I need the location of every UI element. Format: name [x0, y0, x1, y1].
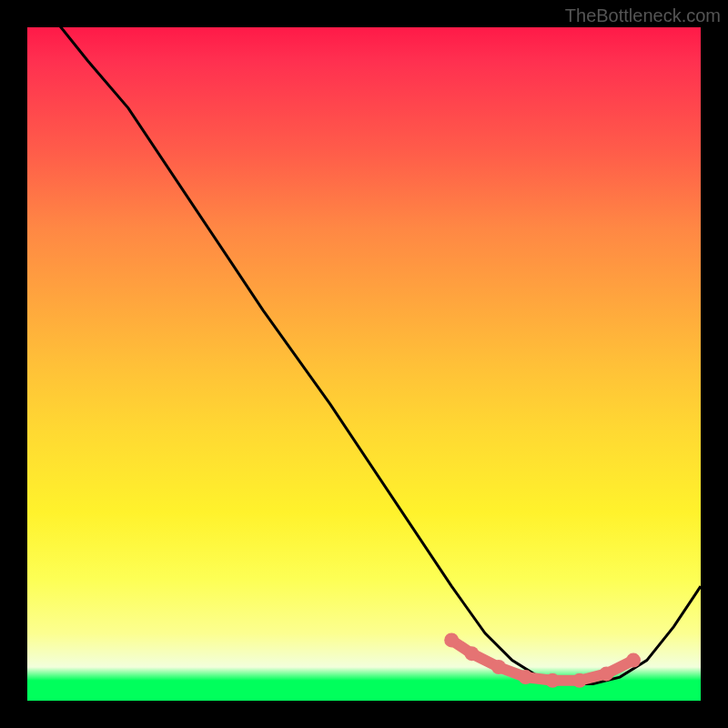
highlight-dot	[464, 646, 479, 661]
chart-container: TheBottleneck.com	[0, 0, 728, 728]
highlight-dot	[444, 632, 459, 647]
chart-svg	[27, 27, 701, 701]
plot-area	[27, 27, 701, 701]
highlight-dot	[599, 666, 613, 681]
highlight-dot	[491, 660, 506, 674]
highlight-dot	[626, 653, 641, 668]
curve-line	[27, 27, 701, 684]
watermark-text: TheBottleneck.com	[565, 5, 721, 26]
highlight-dot	[519, 670, 533, 684]
highlight-dot	[572, 673, 587, 688]
highlight-dot	[545, 673, 560, 688]
